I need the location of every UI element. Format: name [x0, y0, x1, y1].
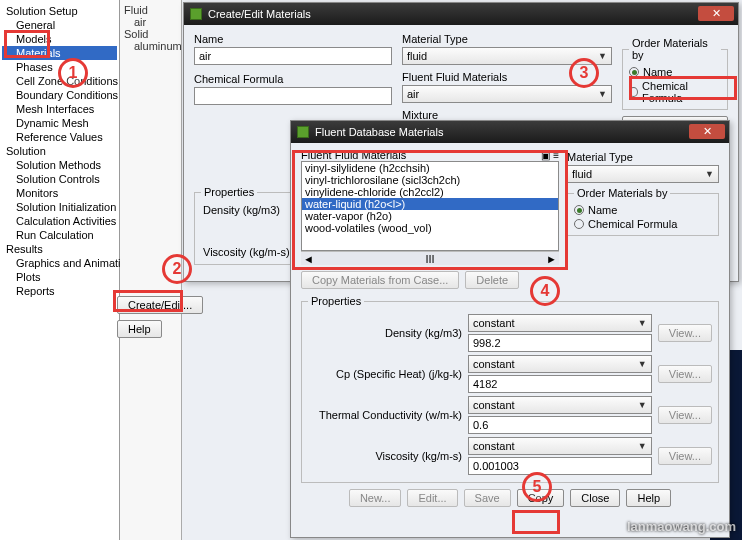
properties-group: Properties Density (kg/m3) constant▼ Vie… — [301, 295, 719, 483]
view-button[interactable]: View... — [658, 447, 712, 465]
density-label: Density (kg/m3) — [308, 327, 462, 339]
thermal-conductivity-method-dropdown[interactable]: constant▼ — [468, 396, 652, 414]
help-button[interactable]: Help — [626, 489, 671, 507]
fluent-fluid-materials-dropdown[interactable]: air▼ — [402, 85, 612, 103]
close-button[interactable]: Close — [570, 489, 620, 507]
help-button[interactable]: Help — [117, 320, 162, 338]
nav-item[interactable]: Mesh Interfaces — [2, 102, 117, 116]
nav-item[interactable]: Monitors — [2, 186, 117, 200]
cp-label: Cp (Specific Heat) (j/kg-k) — [308, 368, 462, 380]
copy-button[interactable]: Copy — [517, 489, 565, 507]
nav-header-setup: Solution Setup — [2, 4, 117, 18]
nav-item[interactable]: Dynamic Mesh — [2, 116, 117, 130]
list-item[interactable]: vinyl-silylidene (h2cchsih) — [302, 162, 558, 174]
view-button[interactable]: View... — [658, 365, 712, 383]
nav-item[interactable]: Calculation Activities — [2, 214, 117, 228]
name-label: Name — [194, 33, 392, 45]
fluent-database-materials-dialog: Fluent Database Materials ✕ Fluent Fluid… — [290, 120, 730, 538]
nav-item[interactable]: General — [2, 18, 117, 32]
app-icon — [297, 126, 309, 138]
chevron-down-icon: ▼ — [705, 169, 714, 179]
order-by-name-radio[interactable]: Name — [574, 203, 712, 217]
delete-button[interactable]: Delete — [465, 271, 519, 289]
cp-method-dropdown[interactable]: constant▼ — [468, 355, 652, 373]
edit-button[interactable]: Edit... — [407, 489, 457, 507]
material-type-label: Material Type — [567, 151, 719, 163]
thermal-conductivity-value-input[interactable] — [468, 416, 652, 434]
outline-tree: Solution Setup General Models Materials … — [0, 0, 120, 540]
view-button[interactable]: View... — [658, 324, 712, 342]
order-by-formula-radio[interactable]: Chemical Formula — [629, 79, 721, 105]
dialog-title: Create/Edit Materials — [208, 8, 311, 20]
order-by-formula-radio[interactable]: Chemical Formula — [574, 217, 712, 231]
dialog-titlebar[interactable]: Fluent Database Materials ✕ — [291, 121, 729, 143]
density-method-dropdown[interactable]: constant▼ — [468, 314, 652, 332]
nav-item[interactable]: Solution Methods — [2, 158, 117, 172]
list-item-selected[interactable]: water-liquid (h2o<l>) — [302, 198, 558, 210]
nav-item[interactable]: Boundary Conditions — [2, 88, 117, 102]
tree-node-aluminum[interactable]: aluminum — [120, 40, 181, 52]
view-button[interactable]: View... — [658, 406, 712, 424]
viscosity-value-input[interactable] — [468, 457, 652, 475]
fluent-fluid-materials-label: Fluent Fluid Materials — [301, 149, 406, 161]
tree-node-solid[interactable]: Solid — [120, 28, 181, 40]
cp-value-input[interactable] — [468, 375, 652, 393]
density-value-input[interactable] — [468, 334, 652, 352]
chemical-formula-label: Chemical Formula — [194, 73, 392, 85]
list-item[interactable]: wood-volatiles (wood_vol) — [302, 222, 558, 234]
nav-header-results: Results — [2, 242, 117, 256]
watermark: lanmaowang.com — [627, 519, 736, 534]
viscosity-label: Viscosity (kg/m-s) — [203, 246, 290, 258]
nav-item[interactable]: Solution Controls — [2, 172, 117, 186]
scroll-right-icon[interactable]: ► — [546, 253, 557, 265]
order-materials-group: Order Materials by Name Chemical Formula — [622, 37, 728, 110]
chevron-down-icon: ▼ — [598, 51, 607, 61]
viscosity-method-dropdown[interactable]: constant▼ — [468, 437, 652, 455]
list-item[interactable]: water-vapor (h2o) — [302, 210, 558, 222]
dialog-titlebar[interactable]: Create/Edit Materials ✕ — [184, 3, 738, 25]
thermal-conductivity-label: Thermal Conductivity (w/m-k) — [308, 409, 462, 421]
material-type-dropdown[interactable]: fluid▼ — [567, 165, 719, 183]
fluent-fluid-materials-label: Fluent Fluid Materials — [402, 71, 612, 83]
list-item[interactable]: vinylidene-chloride (ch2ccl2) — [302, 186, 558, 198]
nav-item[interactable]: Reports — [2, 284, 117, 298]
nav-item[interactable]: Plots — [2, 270, 117, 284]
copy-from-case-button[interactable]: Copy Materials from Case... — [301, 271, 459, 289]
order-materials-group: Order Materials by Name Chemical Formula — [567, 187, 719, 236]
list-scrollbar[interactable]: ◄ III ► — [301, 251, 559, 265]
create-edit-button[interactable]: Create/Edit... — [117, 296, 203, 314]
nav-item[interactable]: Reference Values — [2, 130, 117, 144]
nav-item[interactable]: Models — [2, 32, 117, 46]
dialog-title: Fluent Database Materials — [315, 126, 443, 138]
nav-item[interactable]: Cell Zone Conditions — [2, 74, 117, 88]
scroll-left-icon[interactable]: ◄ — [303, 253, 314, 265]
materials-listbox[interactable]: vinyl-silylidene (h2cchsih) vinyl-trichl… — [301, 161, 559, 251]
tree-node-air[interactable]: air — [120, 16, 181, 28]
chemical-formula-input[interactable] — [194, 87, 392, 105]
material-type-dropdown[interactable]: fluid▼ — [402, 47, 612, 65]
nav-header-solution: Solution — [2, 144, 117, 158]
nav-item[interactable]: Solution Initialization — [2, 200, 117, 214]
density-label: Density (kg/m3) — [203, 204, 280, 216]
list-item[interactable]: vinyl-trichlorosilane (sicl3ch2ch) — [302, 174, 558, 186]
new-button[interactable]: New... — [349, 489, 402, 507]
order-by-name-radio[interactable]: Name — [629, 65, 721, 79]
chevron-down-icon: ▼ — [598, 89, 607, 99]
close-icon[interactable]: ✕ — [689, 124, 725, 139]
name-input[interactable] — [194, 47, 392, 65]
nav-item[interactable]: Phases — [2, 60, 117, 74]
list-icons[interactable]: ▣ ≡ — [541, 150, 559, 161]
materials-tree: Fluid air Solid aluminum — [120, 0, 182, 540]
tree-node-fluid[interactable]: Fluid — [120, 4, 181, 16]
nav-item[interactable]: Run Calculation — [2, 228, 117, 242]
viscosity-label: Viscosity (kg/m-s) — [308, 450, 462, 462]
close-icon[interactable]: ✕ — [698, 6, 734, 21]
material-type-label: Material Type — [402, 33, 612, 45]
save-button[interactable]: Save — [464, 489, 511, 507]
nav-item-materials[interactable]: Materials — [2, 46, 117, 60]
app-icon — [190, 8, 202, 20]
nav-item[interactable]: Graphics and Animations — [2, 256, 117, 270]
